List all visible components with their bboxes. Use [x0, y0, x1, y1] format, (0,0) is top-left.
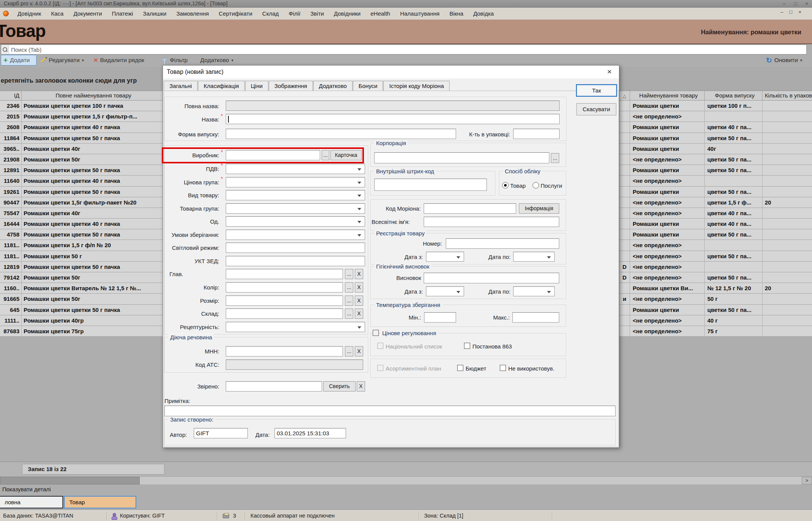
- hyg-date-from-select[interactable]: [426, 286, 464, 296]
- dialog-tab[interactable]: Ціни: [245, 81, 268, 91]
- price-regulation-checkbox[interactable]: [373, 330, 379, 336]
- dialog-tab[interactable]: Додатково: [313, 81, 353, 91]
- sort-ic[interactable]: △: [619, 91, 630, 100]
- column-header-qty[interactable]: Кількість в упаковці: [763, 91, 812, 100]
- close-icon[interactable]: ×: [604, 67, 615, 77]
- size-lookup-button[interactable]: ...: [345, 296, 353, 306]
- menu-item[interactable]: Залишки: [138, 8, 172, 19]
- unit-select[interactable]: [226, 216, 365, 227]
- barcode-input[interactable]: [374, 179, 487, 191]
- tab-tovar[interactable]: Товар: [64, 496, 136, 508]
- scrollbar-thumb[interactable]: [0, 477, 140, 484]
- corporation-input[interactable]: [374, 152, 549, 163]
- child-restore-icon[interactable]: □: [790, 9, 793, 15]
- dialog-tab[interactable]: Зображення: [269, 81, 313, 91]
- horizontal-scrollbar[interactable]: >: [0, 477, 812, 484]
- add-button[interactable]: + Додати: [1, 55, 37, 66]
- cancel-button[interactable]: Скасувати: [576, 103, 616, 115]
- max-input[interactable]: [512, 312, 559, 323]
- budget-checkbox[interactable]: [457, 365, 463, 371]
- decree-863-label[interactable]: Постанова 863: [472, 343, 512, 350]
- world-name-input[interactable]: [424, 217, 559, 227]
- hyg-date-to-select[interactable]: [513, 286, 555, 296]
- conclusion-input[interactable]: [424, 273, 559, 283]
- dialog-tab[interactable]: Класифікація: [198, 81, 245, 91]
- menu-item[interactable]: Замовлення: [171, 8, 214, 19]
- menu-item[interactable]: Склад: [257, 8, 284, 19]
- product-kind-select[interactable]: [226, 190, 365, 200]
- verify-button[interactable]: Сверить: [323, 381, 356, 392]
- dialog-tab[interactable]: Історія коду Моріона: [383, 81, 450, 91]
- prescription-select[interactable]: [226, 322, 365, 332]
- column-header-id[interactable]: ІД: [0, 91, 22, 100]
- verified-input[interactable]: [226, 381, 322, 392]
- product-group-select[interactable]: [226, 203, 365, 214]
- column-header-form[interactable]: Форма випуску: [705, 91, 763, 100]
- radio-services[interactable]: [533, 182, 539, 189]
- menu-item[interactable]: Вікна: [445, 8, 469, 19]
- size-input[interactable]: [226, 296, 343, 306]
- min-input[interactable]: [424, 312, 456, 323]
- info-button[interactable]: Інформація: [519, 203, 559, 214]
- delete-row-button[interactable]: × Видалити рядок: [94, 55, 144, 66]
- color-lookup-button[interactable]: ...: [345, 282, 353, 292]
- pack-qty-input[interactable]: [513, 129, 560, 139]
- menu-item[interactable]: Довідка: [468, 8, 499, 19]
- release-form-input[interactable]: [226, 129, 456, 139]
- storage-select[interactable]: [226, 230, 365, 240]
- vat-select[interactable]: [226, 164, 365, 174]
- show-details-toggle[interactable]: Показувати деталі: [2, 486, 51, 492]
- glav-input[interactable]: [226, 269, 343, 279]
- corporation-lookup-button[interactable]: ...: [551, 153, 559, 163]
- reg-date-to-select[interactable]: [513, 252, 555, 262]
- price-regulation-caption[interactable]: Цінове регулювання: [380, 330, 438, 336]
- decree-863-checkbox[interactable]: [464, 343, 470, 349]
- menu-item[interactable]: Філії: [284, 8, 305, 19]
- column-header-name[interactable]: Найменування товару: [630, 91, 705, 100]
- reg-date-from-select[interactable]: [426, 252, 464, 262]
- menu-item[interactable]: Звіти: [305, 8, 329, 19]
- warehouse-input[interactable]: [226, 308, 343, 319]
- scroll-right-button[interactable]: >: [802, 477, 812, 484]
- menu-item[interactable]: Сертифікати: [214, 8, 257, 19]
- ukt-input[interactable]: [226, 256, 365, 266]
- radio-product[interactable]: [502, 182, 509, 189]
- filter-button[interactable]: Фільтр: [161, 55, 188, 66]
- column-header-full-name[interactable]: Повне найменування товару: [22, 91, 164, 100]
- menu-item[interactable]: Налаштування: [395, 8, 445, 19]
- child-close-icon[interactable]: ×: [798, 9, 801, 15]
- radio-product-label[interactable]: Товар: [510, 182, 526, 189]
- size-clear-button[interactable]: X: [355, 296, 363, 306]
- not-used-checkbox[interactable]: [500, 365, 506, 371]
- verify-clear-button[interactable]: X: [357, 381, 365, 392]
- menu-item[interactable]: eHealth: [365, 8, 395, 19]
- search-input[interactable]: Поиск (Tab): [1, 45, 807, 54]
- menu-item[interactable]: Документи: [69, 8, 107, 19]
- minimize-icon[interactable]: –: [783, 0, 785, 8]
- color-clear-button[interactable]: X: [355, 282, 363, 292]
- budget-label[interactable]: Бюджет: [466, 365, 486, 372]
- name-input[interactable]: [226, 114, 560, 124]
- menu-item[interactable]: Платежі: [107, 8, 138, 19]
- glav-lookup-button[interactable]: ...: [345, 269, 353, 279]
- glav-clear-button[interactable]: X: [355, 269, 363, 279]
- dialog-tab[interactable]: Бонуси: [353, 81, 383, 91]
- price-group-select[interactable]: [226, 177, 365, 187]
- tab-main[interactable]: ловна: [0, 496, 63, 508]
- menu-item[interactable]: Довідники: [329, 8, 365, 19]
- morion-input[interactable]: [424, 203, 516, 214]
- menu-item[interactable]: Каса: [46, 8, 69, 19]
- maximize-icon[interactable]: □: [794, 0, 797, 8]
- edit-button[interactable]: Редагувати ▾: [40, 55, 84, 66]
- note-input[interactable]: [164, 406, 616, 416]
- menu-item[interactable]: Довідник: [13, 8, 46, 19]
- color-input[interactable]: [226, 282, 343, 292]
- mnn-clear-button[interactable]: X: [355, 346, 363, 356]
- more-button[interactable]: Додатково ▾: [200, 55, 233, 66]
- registration-number-input[interactable]: [446, 238, 559, 249]
- ok-button[interactable]: Так: [576, 84, 617, 97]
- not-used-label[interactable]: Не використовув.: [508, 365, 554, 372]
- child-minimize-icon[interactable]: –: [780, 9, 783, 15]
- mnn-lookup-button[interactable]: ...: [345, 346, 353, 356]
- refresh-button[interactable]: ↻ Оновити ▾: [766, 55, 802, 66]
